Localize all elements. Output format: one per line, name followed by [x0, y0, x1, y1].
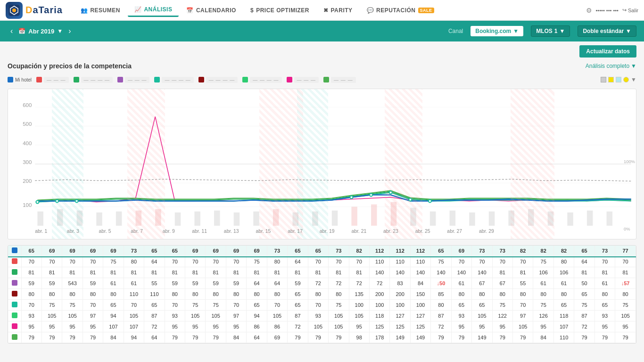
price-cell: 106: [533, 267, 553, 278]
price-cell: 65: [165, 246, 185, 256]
price-cell: 105: [615, 311, 636, 321]
price-cell: ↓50: [431, 278, 451, 289]
legend-color-9: [323, 77, 329, 82]
price-cell: 127: [390, 311, 410, 321]
price-cell: 75: [533, 300, 553, 311]
nav-item-price-optimizer[interactable]: $ PRICE OPTIMIZER: [244, 4, 316, 16]
price-cell: 81: [144, 267, 165, 278]
price-cell: 95: [533, 321, 553, 332]
row-color-cell: [8, 267, 21, 278]
svg-rect-35: [391, 202, 396, 226]
price-cell: 79: [83, 332, 103, 343]
update-button[interactable]: Actualizar datos: [579, 45, 636, 58]
svg-text:abr. 19: abr. 19: [320, 229, 335, 234]
price-cell: 95: [472, 321, 492, 332]
price-cell: 105: [124, 311, 144, 321]
nav-item-parity[interactable]: ✖ PARITY: [317, 4, 359, 16]
price-cell: 73: [329, 246, 349, 256]
price-cell: 105: [267, 311, 287, 321]
price-cell: 81: [21, 267, 41, 278]
price-cell: 95: [21, 321, 41, 332]
svg-rect-30: [293, 213, 298, 226]
row-color-cell: [8, 300, 21, 311]
price-cell: 69: [226, 246, 246, 256]
price-cell: 73: [472, 246, 492, 256]
prev-month-button[interactable]: ‹: [8, 26, 16, 36]
mlos-dropdown[interactable]: MLOS 1 ▼: [531, 25, 570, 37]
nav-item-reputacion[interactable]: 💬 REPUTACIÓN SALE: [360, 4, 441, 16]
price-cell: 79: [288, 332, 308, 343]
price-cell: 110: [369, 256, 389, 267]
nav-item-analisis[interactable]: 📈 ANÁLISIS: [128, 3, 179, 17]
price-cell: 79: [185, 332, 206, 343]
svg-rect-26: [214, 211, 220, 226]
nav-item-resumen[interactable]: 👥 RESUMEN: [74, 4, 127, 16]
price-cell: 82: [513, 246, 533, 256]
price-cell: 72: [369, 278, 389, 289]
nav-item-calendario[interactable]: 📅 CALENDARIO: [180, 4, 243, 16]
svg-rect-29: [273, 209, 279, 226]
settings-icon[interactable]: ⚙: [586, 7, 592, 14]
room-type-dropdown[interactable]: Doble estándar ▼: [578, 25, 636, 37]
price-cell: 105: [206, 311, 226, 321]
price-cell: 80: [226, 289, 246, 300]
price-cell: 75: [206, 300, 226, 311]
logo-text: DaTaria: [25, 5, 63, 16]
legend-color-7: [242, 77, 248, 82]
analysis-link[interactable]: Análisis completo ▼: [586, 63, 636, 69]
svg-point-48: [56, 200, 58, 203]
svg-point-47: [36, 201, 39, 204]
price-cell: 65: [594, 300, 615, 311]
price-cell: 95: [62, 321, 83, 332]
svg-rect-40: [489, 212, 495, 226]
price-cell: 94: [124, 332, 144, 343]
price-cell: 64: [144, 332, 165, 343]
price-cell: 105: [513, 321, 533, 332]
price-cell: 178: [369, 332, 389, 343]
toolbar: ‹ 📅 Abr 2019 ▼ › Canal Booking.com ▼ MLO…: [0, 21, 644, 41]
canal-dropdown[interactable]: Booking.com ▼: [471, 26, 523, 36]
svg-text:abr. 25: abr. 25: [415, 229, 430, 234]
price-cell: 86: [247, 321, 267, 332]
price-cell: ↓57: [615, 278, 636, 289]
svg-text:100: 100: [23, 202, 32, 208]
price-cell: 81: [513, 267, 533, 278]
svg-rect-36: [410, 208, 416, 226]
price-cell: 80: [206, 289, 226, 300]
price-cell: 70: [308, 300, 328, 311]
table-row: 7075757065706570757570657065707510010010…: [8, 300, 636, 311]
legend: Mi hotel — — — — — — — — — — — — — — — —…: [8, 74, 636, 85]
price-cell: 70: [615, 256, 636, 267]
svg-rect-33: [351, 207, 357, 226]
price-cell: 59: [206, 278, 226, 289]
canal-label: Canal: [448, 28, 463, 34]
svg-rect-41: [508, 211, 514, 226]
price-cell: 140: [451, 267, 471, 278]
price-cell: 80: [553, 289, 574, 300]
logout-button[interactable]: ↪ Salir: [622, 7, 638, 13]
price-cell: 80: [451, 289, 471, 300]
calendario-icon: 📅: [186, 7, 194, 14]
main-content: Ocupación y precios de la competencia An…: [0, 58, 644, 348]
legend-dropdown-icon[interactable]: ▼: [631, 76, 636, 83]
svg-point-2: [12, 8, 16, 12]
next-month-button[interactable]: ›: [66, 26, 74, 36]
price-cell: 72: [431, 321, 451, 332]
legend-item-2: — — —: [36, 77, 69, 83]
price-cell: 72: [144, 321, 165, 332]
price-cell: 67: [492, 278, 512, 289]
svg-text:500: 500: [23, 122, 32, 127]
price-cell: 80: [267, 256, 287, 267]
price-cell: 70: [185, 256, 206, 267]
price-cell: 110: [410, 256, 430, 267]
legend-item-4: — — —: [117, 77, 150, 83]
price-cell: 64: [144, 256, 165, 267]
price-cell: 200: [369, 289, 389, 300]
price-cell: 140: [410, 267, 430, 278]
price-cell: 95: [594, 321, 615, 332]
price-cell: 70: [41, 256, 62, 267]
legend-item-7: — — — —: [242, 77, 281, 83]
price-cell: 69: [103, 246, 124, 256]
price-cell: 80: [185, 289, 206, 300]
svg-rect-27: [234, 213, 239, 226]
